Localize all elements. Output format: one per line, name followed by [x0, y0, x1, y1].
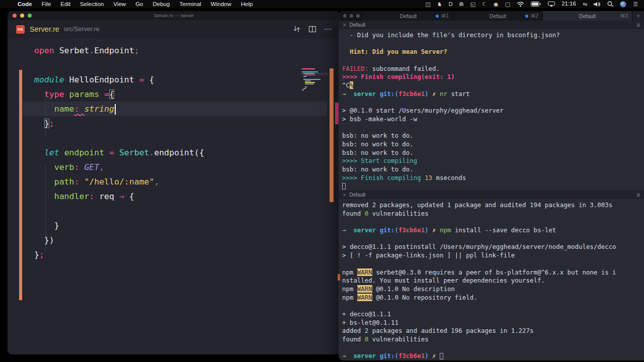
- window-app-icon[interactable]: ▢: [505, 2, 510, 7]
- terminal-line: Hint: Did you mean Server?: [342, 48, 644, 56]
- pane-menu-icon[interactable]: ≡: [636, 192, 640, 198]
- code-area[interactable]: open Serbet.Endpoint;module HelloEndpoin…: [8, 38, 340, 354]
- terminal-line: → server git:(f3cb6e1) ✗ npm install --s…: [342, 226, 644, 235]
- terminal-line: >>>> Finish compiling 13 mseconds: [342, 174, 644, 183]
- terminal-line: npm WARN serbet@0.3.0 requires a peer of…: [342, 268, 644, 277]
- pane-1-content[interactable]: - Did you include the file's directory i…: [339, 29, 644, 190]
- terminal-line: [342, 218, 644, 226]
- terminal-line: + bs-let@0.1.11: [342, 319, 644, 327]
- terminal-line: removed 2 packages, updated 1 package an…: [342, 201, 644, 210]
- text-cursor: [115, 104, 116, 115]
- code-line[interactable]: handler: req ⇒ {: [8, 189, 340, 204]
- code-line[interactable]: module HelloEndpoint = {: [8, 72, 340, 87]
- volume-icon[interactable]: [594, 2, 601, 7]
- menu-help[interactable]: Help: [241, 1, 253, 7]
- menu-window[interactable]: Window: [211, 1, 231, 7]
- tab-shortcut: ⌘2: [530, 13, 538, 19]
- code-line[interactable]: };: [8, 116, 340, 131]
- minimap[interactable]: [301, 68, 328, 91]
- split-editor-icon[interactable]: [308, 25, 316, 33]
- tab-activity-dot: [525, 15, 528, 18]
- terminal-traffic-lights: [339, 11, 364, 21]
- menu-view[interactable]: View: [113, 1, 126, 7]
- zoom-window-button[interactable]: [356, 14, 360, 18]
- menu-debug[interactable]: Debug: [152, 1, 170, 7]
- tab-label: Default: [579, 13, 596, 19]
- menu-edit[interactable]: Edit: [60, 1, 70, 7]
- menu-selection[interactable]: Selection: [80, 1, 104, 7]
- code-line[interactable]: [8, 58, 340, 72]
- pane-menu-icon[interactable]: ≡: [636, 22, 640, 28]
- terminal-tab-3[interactable]: Default⌘3: [543, 11, 632, 21]
- terminal-line: bsb: no work to do.: [342, 140, 644, 149]
- editor-scrollbar[interactable]: [330, 68, 334, 202]
- open-file-name[interactable]: Server.re: [30, 25, 59, 33]
- spotlight-icon[interactable]: [607, 1, 613, 7]
- menu-go[interactable]: Go: [135, 1, 143, 7]
- code-line[interactable]: open Serbet.Endpoint;: [8, 43, 340, 58]
- terminal-line: added 2 packages and audited 196 package…: [342, 327, 644, 335]
- terminal-line: >>>> Start compiling: [342, 157, 644, 165]
- new-tab-button[interactable]: +: [632, 11, 644, 21]
- control-center-icon[interactable]: ☰: [633, 2, 638, 7]
- code-line[interactable]: type params ={: [8, 87, 340, 102]
- picture-in-picture-icon[interactable]: ◱: [470, 2, 475, 7]
- menu-file[interactable]: File: [42, 1, 51, 7]
- terminal-line: [342, 182, 644, 190]
- code-line[interactable]: verb: GET,: [8, 160, 340, 174]
- code-line[interactable]: }): [8, 233, 340, 247]
- menu-terminal[interactable]: Terminal: [179, 1, 201, 7]
- tab-activity-dot: [436, 15, 439, 18]
- terminal-line: [342, 124, 644, 132]
- code-line[interactable]: name: string: [8, 102, 340, 116]
- siri-icon[interactable]: [620, 1, 626, 8]
- terminal-tab-2[interactable]: Default⌘2: [453, 11, 543, 21]
- more-actions-icon[interactable]: ⋯: [324, 25, 332, 34]
- minimize-window-button[interactable]: [350, 14, 353, 18]
- terminal-tab-bar: Default⌘1Default⌘2Default⌘3 +: [339, 11, 644, 21]
- code-line[interactable]: let endpoint = Serbet.endpoint({: [8, 145, 340, 160]
- terminal-line: found 0 vulnerabilities: [342, 335, 644, 344]
- terminal-line: - Did you include the file's directory i…: [342, 31, 644, 40]
- vscode-window: Server.re — server RE Server.re src/Serv…: [8, 11, 340, 354]
- terminal-line: bsb: no work to do.: [342, 132, 644, 140]
- terminal-line: → server git:(f3cb6e1) ✗ nr start: [342, 90, 644, 99]
- wifi-icon[interactable]: [517, 2, 524, 7]
- close-window-button[interactable]: [343, 14, 347, 18]
- vscode-title-bar[interactable]: Server.re — server: [8, 11, 340, 20]
- screen-capture-icon[interactable]: ◫: [425, 2, 430, 7]
- terminal-tabs: Default⌘1Default⌘2Default⌘3: [364, 11, 632, 21]
- breadcrumb-file-path[interactable]: src/Server.re: [64, 26, 100, 33]
- terminal-line: > bsb -make-world -w: [342, 115, 644, 124]
- terminal-line: + decco@1.1.1: [342, 310, 644, 319]
- code-line[interactable]: }: [8, 218, 340, 233]
- code-line[interactable]: path: "/hello/:name",: [8, 174, 340, 189]
- terminal-window: Default⌘1Default⌘2Default⌘3 + ✕ Default …: [339, 11, 644, 360]
- close-pane-icon[interactable]: ✕: [343, 23, 347, 28]
- terminal-line: [342, 260, 644, 268]
- status-icons: ◫♞D⋒◱☾◉▢21:16⇋☰: [425, 1, 644, 8]
- terminal-line: nstalled. You must install peer dependen…: [342, 277, 644, 285]
- record-icon[interactable]: ◉: [494, 2, 499, 7]
- open-changes-icon[interactable]: [293, 25, 301, 33]
- pane-title: Default: [350, 22, 366, 28]
- tab-label: Default: [490, 13, 506, 19]
- boar-app-icon[interactable]: ♞: [437, 2, 442, 7]
- terminal-line: bsb: no work to do.: [342, 149, 644, 157]
- audio-switch-icon[interactable]: ⇋: [583, 2, 587, 7]
- d-app-icon[interactable]: D: [449, 2, 453, 7]
- code-line[interactable]: };: [8, 247, 340, 262]
- menubar-clock[interactable]: 21:16: [561, 1, 576, 7]
- close-pane-icon[interactable]: ✕: [343, 193, 347, 198]
- code-line[interactable]: [8, 204, 340, 218]
- menu-code[interactable]: Code: [18, 1, 32, 7]
- terminal-cursor: [440, 353, 443, 359]
- arch-app-icon[interactable]: ⋒: [459, 2, 464, 7]
- battery-icon[interactable]: [531, 2, 541, 7]
- code-line[interactable]: [8, 131, 340, 145]
- moon-icon[interactable]: ☾: [482, 2, 487, 7]
- terminal-line: [342, 99, 644, 107]
- terminal-tab-1[interactable]: Default⌘1: [364, 11, 453, 21]
- airplay-display-icon[interactable]: [548, 2, 555, 7]
- pane-2-content[interactable]: removed 2 packages, updated 1 package an…: [339, 199, 644, 360]
